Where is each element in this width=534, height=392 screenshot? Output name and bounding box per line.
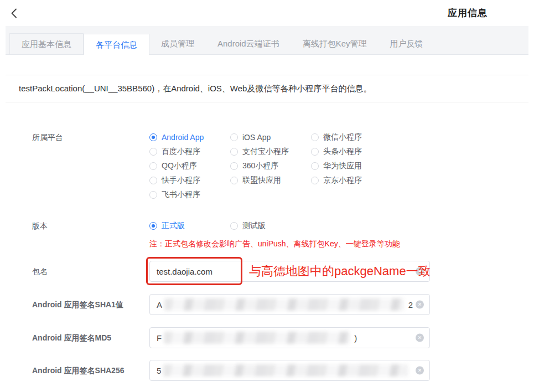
package-name-wrap: test.daojia.com ✕ 与高德地图中的packgeName一致 [149, 261, 430, 282]
radio-icon[interactable] [230, 133, 238, 141]
sha1-visible-suffix: 2 [408, 300, 413, 310]
tab-app-basic-info[interactable]: 应用基本信息 [9, 33, 84, 54]
radio-icon[interactable] [149, 162, 157, 170]
version-label: 版本 [32, 219, 149, 233]
radio-icon[interactable] [230, 148, 238, 156]
annotation-text: 与高德地图中的packgeName一致 [249, 263, 431, 280]
page-title: 应用信息 [448, 7, 488, 19]
spacer [6, 55, 528, 75]
platform-option-baidu-mp[interactable]: 百度小程序 [149, 145, 230, 159]
platform-radio-group: Android AppiOS App微信小程序百度小程序支付宝小程序头条小程序Q… [149, 130, 392, 202]
app-summary: testPackLocation(__UNI__35BB560)，在Androi… [6, 75, 528, 102]
radio-icon[interactable] [149, 177, 157, 184]
tab-android-cloud-cert[interactable]: Android云端证书 [206, 33, 291, 54]
platform-option-label: 联盟快应用 [242, 176, 281, 185]
platform-option-toutiao-mp[interactable]: 头条小程序 [311, 145, 392, 159]
tab-bar: 应用基本信息各平台信息成员管理Android云端证书离线打包Key管理用户反馈 [6, 26, 528, 55]
platform-option-label: 飞书小程序 [162, 190, 200, 200]
sha1-row: Android 应用签名SHA1值 A 2 ✕ [32, 294, 528, 315]
radio-icon[interactable] [311, 133, 319, 141]
radio-icon[interactable] [311, 177, 319, 184]
platform-option-label: 华为快应用 [323, 161, 362, 171]
tab-offline-pack-key[interactable]: 离线打包Key管理 [291, 33, 379, 54]
radio-icon[interactable] [230, 222, 238, 230]
sha1-visible-prefix: A [157, 300, 162, 310]
radio-icon[interactable] [311, 148, 319, 156]
package-name-value: test.daojia.com [157, 267, 212, 276]
clear-icon[interactable]: ✕ [416, 367, 424, 375]
version-row: 版本 正式版测试版 [32, 219, 528, 233]
platform-option-jd-mp[interactable]: 京东小程序 [311, 173, 392, 188]
platform-option-label: 微信小程序 [323, 132, 362, 142]
tab-member-management[interactable]: 成员管理 [149, 33, 206, 54]
platform-option-alipay-mp[interactable]: 支付宝小程序 [230, 145, 311, 159]
platform-option-label: iOS App [242, 133, 271, 142]
sha1-label: Android 应用签名SHA1值 [32, 294, 149, 315]
redacted-value-strip [163, 364, 408, 376]
tab-user-feedback[interactable]: 用户反馈 [379, 33, 435, 54]
radio-icon[interactable] [149, 133, 157, 141]
md5-label: Android 应用签名MD5 [32, 327, 149, 348]
radio-icon[interactable] [230, 162, 238, 170]
platform-option-android-app[interactable]: Android App [149, 130, 230, 145]
platform-option-huawei-quickapp[interactable]: 华为快应用 [311, 159, 392, 173]
platform-option-label: Android App [162, 133, 204, 142]
version-warning-note: 注：正式包名修改会影响广告、uniPush、离线打包Key、一键登录等功能 [149, 239, 528, 249]
redacted-value-strip [164, 298, 404, 311]
platform-label: 所属平台 [32, 130, 149, 145]
version-option-label: 测试版 [242, 221, 266, 231]
platform-row: 所属平台 Android AppiOS App微信小程序百度小程序支付宝小程序头… [32, 130, 528, 202]
back-button[interactable] [9, 7, 21, 19]
package-name-label: 包名 [32, 261, 149, 282]
platform-option-union-quickapp[interactable]: 联盟快应用 [230, 173, 311, 188]
platform-option-label: 百度小程序 [162, 147, 200, 157]
sha1-input[interactable]: A 2 ✕ [149, 294, 430, 315]
radio-icon[interactable] [230, 177, 238, 184]
platform-option-label: 快手小程序 [162, 176, 200, 185]
clear-icon[interactable]: ✕ [416, 301, 424, 309]
md5-input[interactable]: F ) ✕ [149, 327, 430, 348]
radio-icon[interactable] [149, 148, 157, 156]
version-option-test[interactable]: 测试版 [230, 219, 311, 233]
sha256-visible-prefix: 5 [157, 366, 161, 375]
clear-icon[interactable]: ✕ [416, 334, 424, 342]
sha256-label: Android 应用签名SHA256 [32, 360, 149, 381]
platform-option-kuaishou-mp[interactable]: 快手小程序 [149, 173, 230, 188]
top-bar: 应用信息 [0, 0, 534, 26]
sha256-row: Android 应用签名SHA256 5 ✕ [32, 360, 528, 381]
version-option-release[interactable]: 正式版 [149, 219, 230, 233]
platform-option-label: 京东小程序 [323, 176, 362, 185]
redacted-value-strip [164, 332, 350, 344]
package-name-row: 包名 test.daojia.com ✕ 与高德地图中的packgeName一致 [32, 261, 528, 282]
version-option-label: 正式版 [162, 221, 185, 231]
platform-option-label: 头条小程序 [323, 147, 362, 157]
md5-visible-prefix: F [157, 333, 162, 343]
sha256-input[interactable]: 5 ✕ [149, 360, 430, 381]
tab-platform-info[interactable]: 各平台信息 [84, 34, 149, 55]
platform-option-label: QQ小程序 [162, 161, 197, 171]
chevron-left-icon [9, 8, 20, 19]
platform-option-label: 360小程序 [242, 161, 278, 171]
platform-option-label: 支付宝小程序 [242, 147, 289, 157]
md5-row: Android 应用签名MD5 F ) ✕ [32, 327, 528, 348]
platform-option-feishu-mp[interactable]: 飞书小程序 [149, 188, 230, 202]
radio-icon[interactable] [149, 191, 157, 199]
radio-icon[interactable] [149, 222, 157, 230]
platform-form: 所属平台 Android AppiOS App微信小程序百度小程序支付宝小程序头… [6, 102, 528, 381]
version-radio-group: 正式版测试版 [149, 219, 392, 233]
platform-option-360-mp[interactable]: 360小程序 [230, 159, 311, 173]
platform-option-wechat-mp[interactable]: 微信小程序 [311, 130, 392, 145]
md5-visible-suffix: ) [354, 333, 357, 343]
platform-option-qq-mp[interactable]: QQ小程序 [149, 159, 230, 173]
app-info-card: 应用基本信息各平台信息成员管理Android云端证书离线打包Key管理用户反馈 … [6, 26, 528, 381]
platform-option-ios-app[interactable]: iOS App [230, 130, 311, 145]
radio-icon[interactable] [311, 162, 319, 170]
